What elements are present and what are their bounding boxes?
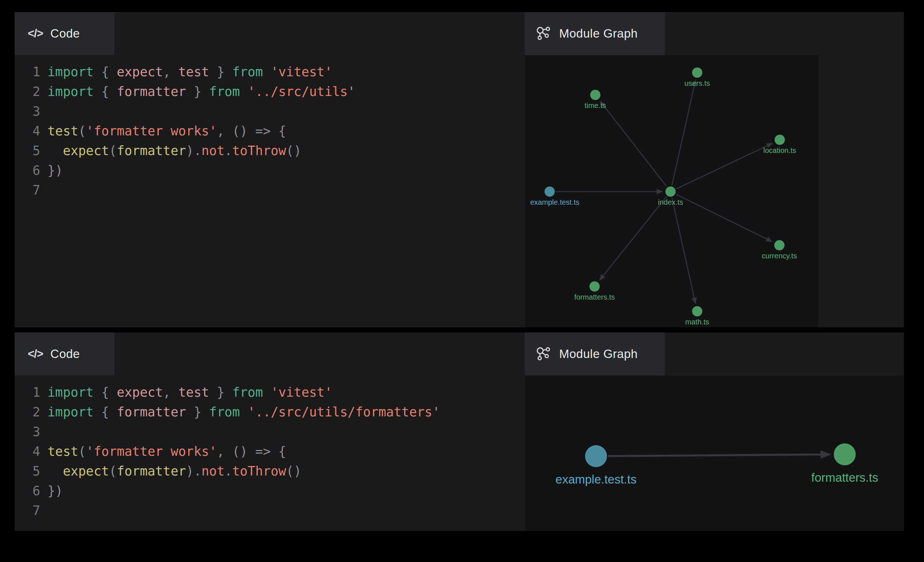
code-text: expect(formatter).not.toThrow(): [40, 141, 301, 161]
code-editor[interactable]: 1import { expect, test } from 'vitest'2i…: [15, 375, 525, 531]
code-text: }): [40, 481, 63, 501]
code-text: import { formatter } from '../src/utils': [40, 82, 356, 102]
code-text: }): [40, 161, 63, 180]
graph-node-label-example.test.ts: example.test.ts: [530, 198, 580, 206]
line-number: 2: [15, 402, 40, 422]
graph-node-label-math.ts: math.ts: [685, 318, 709, 326]
line-number: 4: [15, 121, 40, 141]
code-line: 7: [15, 180, 525, 200]
module-graph-panel: users.tstime.tslocation.tsexample.test.t…: [525, 55, 904, 327]
line-number: 5: [15, 141, 40, 161]
tab-code[interactable]: </> Code: [15, 12, 114, 55]
graph-node-label-index.ts: index.ts: [658, 198, 683, 206]
module-graph-canvas[interactable]: example.test.tsformatters.ts: [525, 375, 904, 531]
panel-header: </> Code Module Graph: [15, 12, 904, 55]
code-text: import { formatter } from '../src/utils/…: [40, 402, 440, 422]
tab-module-graph[interactable]: Module Graph: [525, 12, 665, 55]
code-text: [40, 102, 48, 121]
line-number: 3: [15, 102, 40, 121]
graph-node-index.ts[interactable]: [665, 187, 676, 197]
tab-code-label: Code: [50, 27, 80, 40]
panel-after: </> Code Module Graph 1import { expect, …: [15, 332, 904, 531]
code-text: [40, 501, 48, 520]
graph-node-label-time.ts: time.ts: [585, 102, 606, 109]
code-line: 3: [15, 102, 525, 121]
code-line: 6}): [15, 481, 525, 501]
code-editor[interactable]: 1import { expect, test } from 'vitest'2i…: [15, 55, 525, 327]
code-line: 6}): [15, 161, 525, 180]
module-graph-icon: [535, 25, 552, 42]
tab-code[interactable]: </> Code: [15, 332, 114, 375]
code-text: [40, 422, 48, 442]
line-number: 7: [15, 501, 40, 520]
code-text: [40, 180, 48, 200]
code-line: 2import { formatter } from '../src/utils…: [15, 82, 525, 102]
graph-node-formatters.ts[interactable]: [834, 443, 856, 465]
line-number: 2: [15, 82, 40, 102]
graph-node-math.ts[interactable]: [692, 306, 702, 316]
code-text: import { expect, test } from 'vitest': [40, 62, 332, 82]
code-icon: </>: [28, 27, 43, 40]
code-icon: </>: [28, 347, 43, 360]
code-line: 3: [15, 422, 525, 442]
graph-node-label-location.ts: location.ts: [763, 146, 796, 154]
panel-header: </> Code Module Graph: [15, 332, 904, 375]
line-number: 6: [15, 481, 40, 501]
panel-before: </> Code Module Graph 1import { expect, …: [15, 12, 904, 327]
code-text: import { expect, test } from 'vitest': [40, 383, 332, 402]
code-line: 2import { formatter } from '../src/utils…: [15, 402, 525, 422]
code-line: 1import { expect, test } from 'vitest': [15, 62, 525, 82]
code-line: 4test('formatter works', () => {: [15, 442, 525, 461]
line-number: 1: [15, 383, 40, 402]
graph-node-label-example.test.ts: example.test.ts: [555, 472, 637, 486]
line-number: 1: [15, 62, 40, 82]
code-line: 5 expect(formatter).not.toThrow(): [15, 141, 525, 161]
tab-module-graph-label: Module Graph: [559, 347, 638, 361]
graph-node-label-formatters.ts: formatters.ts: [574, 293, 615, 301]
code-line: 4test('formatter works', () => {: [15, 121, 525, 141]
tab-module-graph-label: Module Graph: [559, 27, 638, 40]
code-text: test('formatter works', () => {: [40, 121, 286, 141]
graph-node-label-formatters.ts: formatters.ts: [811, 471, 878, 484]
graph-node-example.test.ts[interactable]: [544, 187, 555, 197]
line-number: 5: [15, 461, 40, 481]
line-number: 4: [15, 442, 40, 461]
page: </> Code Module Graph 1import { expect, …: [0, 0, 924, 562]
graph-node-label-users.ts: users.ts: [684, 79, 710, 87]
graph-node-currency.ts[interactable]: [774, 240, 784, 250]
module-graph-panel: example.test.tsformatters.ts: [525, 375, 904, 531]
code-text: expect(formatter).not.toThrow(): [40, 461, 301, 481]
graph-node-users.ts[interactable]: [692, 67, 702, 78]
graph-node-label-currency.ts: currency.ts: [762, 252, 797, 260]
graph-node-example.test.ts[interactable]: [585, 445, 607, 467]
graph-node-formatters.ts[interactable]: [590, 281, 600, 291]
graph-side-strip: [819, 55, 904, 327]
graph-node-time.ts[interactable]: [590, 90, 600, 100]
code-lines: 1import { expect, test } from 'vitest'2i…: [15, 62, 525, 200]
code-line: 7: [15, 501, 525, 520]
code-lines: 1import { expect, test } from 'vitest'2i…: [15, 383, 525, 520]
code-text: test('formatter works', () => {: [40, 442, 286, 461]
line-number: 7: [15, 180, 40, 200]
line-number: 6: [15, 161, 40, 180]
module-graph-icon: [535, 345, 552, 362]
graph-node-location.ts[interactable]: [775, 135, 785, 145]
code-line: 1import { expect, test } from 'vitest': [15, 383, 525, 402]
line-number: 3: [15, 422, 40, 442]
tab-code-label: Code: [50, 347, 80, 361]
code-line: 5 expect(formatter).not.toThrow(): [15, 461, 525, 481]
tab-module-graph[interactable]: Module Graph: [525, 332, 665, 375]
module-graph-canvas[interactable]: users.tstime.tslocation.tsexample.test.t…: [525, 55, 904, 327]
